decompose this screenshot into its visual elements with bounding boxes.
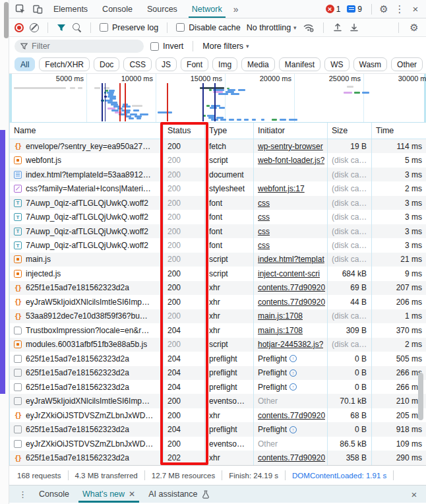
cell-name[interactable]: T7Auwp_0qiz-afTLGLQjUwkQ.woff2 (10, 210, 164, 224)
table-row[interactable]: webfont.js200scriptweb-font-loader.js?(d… (10, 153, 426, 167)
table-row[interactable]: injected.js200scriptinject-content-scri6… (10, 267, 426, 280)
table-row[interactable]: T7Auwp_0qiz-afTLGLQjUwkQ.woff2200fontcss… (10, 196, 426, 210)
chip-wasm[interactable]: Wasm (353, 57, 388, 71)
device-toolbar-icon[interactable] (30, 2, 45, 16)
table-row[interactable]: {}625f1e15ad7e181562323d2a200xhrcontents… (10, 281, 426, 295)
cell-name[interactable]: {}625f1e15ad7e181562323d2a (10, 451, 164, 464)
table-row[interactable]: T7Auwp_0qiz-afTLGLQjUwkQ.woff2200fontcss… (10, 210, 426, 224)
drawer-tab-console[interactable]: Console (34, 486, 75, 503)
drawer-tab-ai-assistance[interactable]: AI assistance (143, 486, 214, 503)
cell-name[interactable]: modules.60031afbf51fb3e88a5b.js (10, 338, 164, 352)
initiator-link[interactable]: contents.77d90920 (258, 283, 325, 292)
initiator-link[interactable]: main.js:1708 (258, 311, 303, 321)
table-row[interactable]: index.html?templateId=53aa8912…200docume… (10, 168, 426, 181)
chip-css[interactable]: CSS (123, 57, 152, 71)
dom-content-loaded-stat[interactable]: DOMContentLoaded: 1.91 s (292, 472, 386, 480)
preflight-request-icon[interactable]: ↑ (289, 383, 297, 391)
inspect-element-icon[interactable] (13, 2, 28, 16)
chip-manifest[interactable]: Manifest (279, 57, 320, 71)
initiator-link[interactable]: hotjar-2445382.js? (258, 340, 323, 349)
table-row[interactable]: 625f1e15ad7e181562323d2a204preflightPref… (10, 380, 426, 394)
chip-ws[interactable]: WS (324, 57, 349, 71)
column-header-initiator[interactable]: Initiator (254, 123, 328, 139)
chip-js[interactable]: JS (156, 57, 177, 71)
preflight-request-icon[interactable]: ↑ (289, 355, 297, 362)
filter-input[interactable] (32, 42, 131, 51)
issues-badge[interactable]: 9 (347, 5, 362, 14)
settings-gear-icon[interactable]: ⚙ (377, 2, 390, 16)
close-devtools-icon[interactable]: × (409, 2, 422, 16)
throttling-dropdown[interactable]: No throttling ▾ (247, 23, 297, 32)
import-har-icon[interactable] (332, 22, 343, 32)
cell-name[interactable]: 625f1e15ad7e181562323d2a (10, 352, 164, 365)
cell-name[interactable]: {}eyJrZXkiOiJSTDVSZmZLbnJxWD… (10, 408, 164, 422)
network-overview-timeline[interactable]: 5000 ms10000 ms15000 ms20000 ms25000 ms3… (9, 74, 426, 123)
cell-name[interactable]: eyJraW5kIjoidXNlcilsImtleSI6Imp… (10, 394, 164, 408)
chip-all[interactable]: All (15, 57, 35, 71)
cell-name[interactable]: eyJrZXkiOiJSTDVSZmZLbnJxWD… (10, 437, 164, 451)
initiator-link[interactable]: index.html?templat (258, 255, 324, 264)
table-row[interactable]: {}envelope/?sentry_key=ea950a27…200fetch… (10, 139, 426, 153)
initiator-link[interactable]: contents.77d90920 (258, 411, 325, 420)
network-conditions-icon[interactable] (303, 22, 315, 32)
table-row[interactable]: TrustboxImpression?locale=en&r…204xhrmai… (10, 323, 426, 337)
chip-img[interactable]: Img (212, 57, 237, 71)
error-badge[interactable]: ✕ 1 (326, 5, 341, 14)
initiator-link[interactable]: webfont.js:17 (258, 184, 305, 193)
table-row[interactable]: T7Auwp_0qiz-afTLGLQjUwkQ.woff2200fontcss… (10, 224, 426, 238)
cell-name[interactable]: {}53aa8912dec7e10d38f59f36?bu… (10, 309, 164, 323)
tab-sources[interactable]: Sources (141, 0, 183, 18)
initiator-link[interactable]: contents.77d90920 (258, 453, 325, 462)
table-row[interactable]: {}eyJraW5kIjoidXNlcilsImtleSI6Imp…200xhr… (10, 295, 426, 309)
initiator-link[interactable]: css (258, 199, 270, 208)
cell-name[interactable]: css?family=Material+Icons|Materi… (10, 181, 164, 195)
cell-name[interactable]: {}625f1e15ad7e181562323d2a (10, 281, 164, 295)
cell-name[interactable]: {}envelope/?sentry_key=ea950a27… (10, 139, 164, 153)
cell-name[interactable]: T7Auwp_0qiz-afTLGLQjUwkQ.woff2 (10, 196, 164, 210)
table-row[interactable]: eyJraW5kIjoidXNlcilsImtleSI6Imp…200event… (10, 394, 426, 408)
table-row[interactable]: main.js200scriptindex.html?templat(disk … (10, 253, 426, 267)
drawer-menu-icon[interactable]: ⋮ (15, 489, 31, 499)
tab-elements[interactable]: Elements (47, 0, 94, 18)
initiator-link[interactable]: wp-sentry-browser (258, 142, 323, 151)
close-tab-icon[interactable]: ✕ (129, 489, 135, 499)
table-row[interactable]: 625f1e15ad7e181562323d2a204preflightPref… (10, 422, 426, 436)
cell-name[interactable]: 625f1e15ad7e181562323d2a (10, 422, 164, 436)
table-row[interactable]: T7Auwp_0qiz-afTLGLQjUwkQ.woff2200fontcss… (10, 238, 426, 252)
initiator-link[interactable]: inject-content-scri (258, 269, 320, 278)
cell-name[interactable]: 625f1e15ad7e181562323d2a (10, 366, 164, 380)
table-row[interactable]: {}625f1e15ad7e181562323d2a202xhrcontents… (10, 451, 426, 464)
initiator-link[interactable]: web-font-loader.js? (258, 156, 324, 165)
column-header-type[interactable]: Type (205, 123, 254, 139)
more-tabs-icon[interactable]: » (231, 4, 241, 15)
page-scrollbar-thumb[interactable] (4, 2, 9, 38)
chip-font[interactable]: Font (181, 57, 208, 71)
cell-name[interactable]: 625f1e15ad7e181562323d2a (10, 380, 164, 394)
overview-left-handle[interactable] (9, 74, 12, 123)
cell-name[interactable]: webfont.js (10, 153, 164, 167)
drawer-tab-whats-new[interactable]: What's new ✕ (77, 486, 140, 503)
close-drawer-icon[interactable]: × (408, 487, 421, 501)
chip-media[interactable]: Media (241, 57, 275, 71)
filter-input-pill[interactable] (15, 40, 144, 53)
table-row[interactable]: {}eyJrZXkiOiJSTDVSZmZLbnJxWD…200xhrconte… (10, 408, 426, 422)
chip-fetch-xhr[interactable]: Fetch/XHR (39, 57, 90, 71)
column-header-time[interactable]: Time (372, 123, 426, 139)
clear-network-log-button[interactable] (30, 23, 39, 32)
table-row[interactable]: 625f1e15ad7e181562323d2a204preflightPref… (10, 352, 426, 365)
tab-console[interactable]: Console (96, 0, 138, 18)
initiator-link[interactable]: css (258, 212, 270, 222)
table-row[interactable]: 625f1e15ad7e181562323d2a204preflightPref… (10, 366, 426, 380)
column-header-size[interactable]: Size (328, 123, 372, 139)
export-har-icon[interactable] (349, 22, 359, 32)
table-row[interactable]: eyJrZXkiOiJSTDVSZmZLbnJxWD…200eventso…Ot… (10, 437, 426, 451)
initiator-link[interactable]: contents.77d90920 (258, 298, 325, 307)
table-scrollbar-thumb[interactable] (418, 373, 423, 420)
initiator-link[interactable]: main.js:1708 (258, 326, 303, 335)
initiator-link[interactable]: css (258, 241, 270, 250)
invert-checkbox[interactable]: Invert (150, 42, 183, 51)
filter-toggle-icon[interactable] (57, 24, 66, 32)
column-header-name[interactable]: Name (10, 123, 164, 139)
preflight-request-icon[interactable]: ↑ (289, 426, 297, 433)
cell-name[interactable]: index.html?templateId=53aa8912… (10, 168, 164, 181)
